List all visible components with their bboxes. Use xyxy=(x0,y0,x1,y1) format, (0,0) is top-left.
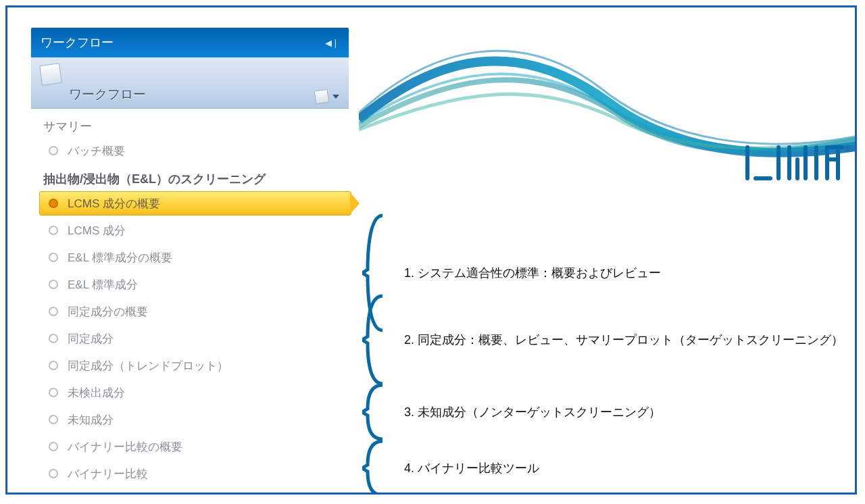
brace-icon xyxy=(362,383,389,441)
brace-icon xyxy=(362,440,389,495)
workflow-list: サマリー バッチ概要 抽出物/浸出物（E&L）のスクリーニング LCMS 成分の… xyxy=(31,109,349,487)
workflow-item[interactable]: 同定成分の概要 xyxy=(42,298,349,325)
workflow-item-label: LCMS 成分の概要 xyxy=(68,196,160,211)
workflow-item[interactable]: E&L 標準成分の概要 xyxy=(42,244,349,271)
bullet-icon xyxy=(49,226,58,235)
brand-wordmark: ® xyxy=(743,145,850,180)
workflow-sub-title: ワークフロー xyxy=(69,86,146,103)
annotation-label: 1. システム適合性の標準：概要およびレビュー xyxy=(404,265,661,281)
workflow-item-label: 未知成分 xyxy=(68,412,114,428)
workflow-item-label: E&L 標準成分の概要 xyxy=(68,250,172,266)
workflow-item[interactable]: 未検出成分 xyxy=(42,379,349,406)
workflow-item[interactable]: LCMS 成分 xyxy=(42,217,349,244)
workflow-item-label: バイナリー比較の概要 xyxy=(68,439,182,455)
collapse-left-icon[interactable]: ◀❘ xyxy=(325,38,339,48)
workflow-item-label: バイナリー比較 xyxy=(68,466,148,482)
workflow-panel-header[interactable]: ワークフロー ◀❘ xyxy=(31,28,349,57)
workflow-sub-header: ワークフロー xyxy=(31,57,349,109)
bullet-icon xyxy=(49,199,58,208)
annotation-label: 4. バイナリー比較ツール xyxy=(404,460,539,476)
workflow-item[interactable]: 未知成分 xyxy=(42,406,349,433)
workflow-item-label: 未検出成分 xyxy=(68,385,125,401)
annotation-2: 2. 同定成分：概要、レビュー、サマリープロット（ターゲットスクリーニング） xyxy=(362,293,849,387)
workflow-panel: ワークフロー ◀❘ ワークフロー サマリー バッチ概要 抽出物/浸出物（E&L）… xyxy=(31,28,349,487)
workflow-item-label: LCMS 成分 xyxy=(68,223,126,238)
bullet-icon xyxy=(49,307,58,316)
workflow-item-label: 同定成分の概要 xyxy=(68,304,148,320)
bullet-icon xyxy=(49,146,58,155)
workflow-item[interactable]: バイナリー比較 xyxy=(42,460,349,487)
workflow-item-label: E&L 標準成分 xyxy=(68,277,138,293)
document-dropdown-icon[interactable] xyxy=(314,89,330,105)
section-title-el: 抽出物/浸出物（E&L）のスクリーニング xyxy=(42,164,349,190)
workflow-item-label: 同定成分（トレンドプロット） xyxy=(68,358,228,374)
bullet-icon xyxy=(49,415,58,424)
annotation-label: 3. 未知成分（ノンターゲットスクリーニング） xyxy=(404,404,661,420)
workflow-item[interactable]: 同定成分 xyxy=(42,325,349,352)
document-icon xyxy=(39,63,62,86)
brace-icon xyxy=(362,293,389,387)
app-frame: ® ワークフロー ◀❘ ワークフロー サマリー バッチ概要 抽出物/浸出物（E&… xyxy=(5,5,857,495)
annotation-4: 4. バイナリー比較ツール xyxy=(362,440,849,495)
workflow-item[interactable]: バイナリー比較の概要 xyxy=(42,433,349,460)
workflow-item-label: 同定成分 xyxy=(68,331,114,347)
workflow-panel-title: ワークフロー xyxy=(41,34,114,51)
bullet-icon xyxy=(49,361,58,370)
workflow-item[interactable]: E&L 標準成分 xyxy=(42,271,349,298)
bullet-icon xyxy=(49,253,58,262)
chevron-down-icon[interactable] xyxy=(332,95,339,99)
bullet-icon xyxy=(49,280,58,289)
bullet-icon xyxy=(49,442,58,451)
workflow-item[interactable]: バッチ概要 xyxy=(42,137,349,164)
section-title-summary: サマリー xyxy=(42,111,349,137)
workflow-item-selected[interactable]: LCMS 成分の概要 xyxy=(42,190,349,217)
annotation-3: 3. 未知成分（ノンターゲットスクリーニング） xyxy=(362,383,849,441)
annotation-label: 2. 同定成分：概要、レビュー、サマリープロット（ターゲットスクリーニング） xyxy=(404,332,843,348)
workflow-item-label: バッチ概要 xyxy=(68,143,125,159)
brand-banner: ® xyxy=(359,25,856,180)
bullet-icon xyxy=(49,334,58,343)
bullet-icon xyxy=(49,469,58,478)
workflow-item[interactable]: 同定成分（トレンドプロット） xyxy=(42,352,349,379)
bullet-icon xyxy=(49,388,58,397)
